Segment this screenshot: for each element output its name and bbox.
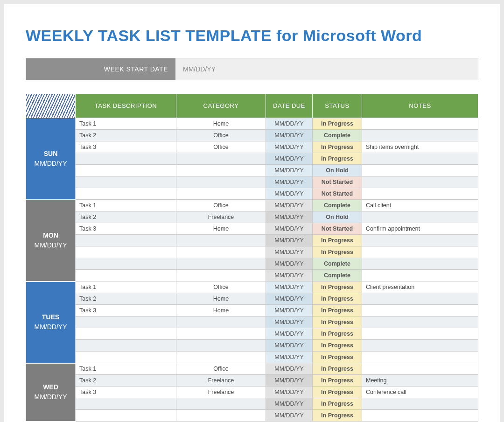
category-cell[interactable]: Office [176,363,266,375]
category-cell[interactable] [176,398,266,410]
notes-cell[interactable]: Conference call [362,387,478,398]
notes-cell[interactable] [362,398,478,410]
category-cell[interactable] [176,340,266,352]
notes-cell[interactable] [362,316,478,328]
date-cell[interactable]: MM/DD/YY [266,281,313,293]
task-cell[interactable] [76,316,176,328]
task-cell[interactable] [76,258,176,270]
status-cell[interactable]: In Progress [313,293,362,305]
task-cell[interactable] [76,188,176,200]
notes-cell[interactable] [362,165,478,176]
category-cell[interactable] [176,328,266,340]
category-cell[interactable]: Home [176,293,266,305]
status-cell[interactable]: In Progress [313,118,362,130]
date-cell[interactable]: MM/DD/YY [266,398,313,410]
date-cell[interactable]: MM/DD/YY [266,130,313,141]
status-cell[interactable]: In Progress [313,328,362,340]
notes-cell[interactable]: Meeting [362,375,478,387]
date-cell[interactable]: MM/DD/YY [266,223,313,235]
status-cell[interactable]: Complete [313,200,362,211]
date-cell[interactable]: MM/DD/YY [266,305,313,316]
date-cell[interactable]: MM/DD/YY [266,270,313,281]
status-cell[interactable]: In Progress [313,246,362,258]
date-cell[interactable]: MM/DD/YY [266,352,313,363]
task-cell[interactable] [76,410,176,422]
date-cell[interactable]: MM/DD/YY [266,200,313,211]
category-cell[interactable]: Home [176,305,266,316]
task-cell[interactable] [76,352,176,363]
task-cell[interactable]: Task 1 [76,118,176,130]
week-start-value[interactable]: MM/DD/YY [175,58,478,80]
notes-cell[interactable] [362,176,478,188]
date-cell[interactable]: MM/DD/YY [266,340,313,352]
category-cell[interactable] [176,352,266,363]
category-cell[interactable]: Freelance [176,375,266,387]
date-cell[interactable]: MM/DD/YY [266,246,313,258]
task-cell[interactable] [76,270,176,281]
category-cell[interactable] [176,188,266,200]
status-cell[interactable]: Complete [313,130,362,141]
status-cell[interactable]: In Progress [313,141,362,153]
status-cell[interactable]: In Progress [313,281,362,293]
task-cell[interactable]: Task 2 [76,375,176,387]
notes-cell[interactable]: Client presentation [362,281,478,293]
notes-cell[interactable] [362,118,478,130]
date-cell[interactable]: MM/DD/YY [266,118,313,130]
date-cell[interactable]: MM/DD/YY [266,141,313,153]
task-cell[interactable]: Task 2 [76,211,176,223]
task-cell[interactable]: Task 2 [76,130,176,141]
notes-cell[interactable] [362,153,478,165]
category-cell[interactable] [176,246,266,258]
category-cell[interactable]: Office [176,141,266,153]
notes-cell[interactable] [362,363,478,375]
notes-cell[interactable] [362,235,478,246]
date-cell[interactable]: MM/DD/YY [266,316,313,328]
task-cell[interactable] [76,398,176,410]
date-cell[interactable]: MM/DD/YY [266,363,313,375]
date-cell[interactable]: MM/DD/YY [266,387,313,398]
task-cell[interactable] [76,235,176,246]
status-cell[interactable]: In Progress [313,352,362,363]
category-cell[interactable]: Office [176,130,266,141]
notes-cell[interactable] [362,352,478,363]
category-cell[interactable]: Freelance [176,211,266,223]
task-cell[interactable]: Task 2 [76,293,176,305]
task-cell[interactable]: Task 1 [76,200,176,211]
date-cell[interactable]: MM/DD/YY [266,328,313,340]
notes-cell[interactable] [362,130,478,141]
category-cell[interactable]: Home [176,118,266,130]
date-cell[interactable]: MM/DD/YY [266,258,313,270]
notes-cell[interactable]: Call client [362,200,478,211]
status-cell[interactable]: In Progress [313,375,362,387]
notes-cell[interactable] [362,211,478,223]
status-cell[interactable]: In Progress [313,387,362,398]
category-cell[interactable] [176,165,266,176]
status-cell[interactable]: In Progress [313,305,362,316]
category-cell[interactable] [176,270,266,281]
date-cell[interactable]: MM/DD/YY [266,211,313,223]
task-cell[interactable]: Task 3 [76,387,176,398]
category-cell[interactable] [176,176,266,188]
category-cell[interactable]: Office [176,281,266,293]
notes-cell[interactable] [362,410,478,422]
notes-cell[interactable] [362,270,478,281]
date-cell[interactable]: MM/DD/YY [266,235,313,246]
status-cell[interactable]: Complete [313,258,362,270]
task-cell[interactable]: Task 1 [76,363,176,375]
task-cell[interactable]: Task 3 [76,305,176,316]
notes-cell[interactable] [362,293,478,305]
notes-cell[interactable] [362,258,478,270]
status-cell[interactable]: In Progress [313,340,362,352]
status-cell[interactable]: In Progress [313,410,362,422]
task-cell[interactable] [76,165,176,176]
date-cell[interactable]: MM/DD/YY [266,165,313,176]
task-cell[interactable]: Task 3 [76,223,176,235]
date-cell[interactable]: MM/DD/YY [266,176,313,188]
category-cell[interactable] [176,410,266,422]
notes-cell[interactable] [362,188,478,200]
status-cell[interactable]: In Progress [313,363,362,375]
category-cell[interactable] [176,316,266,328]
task-cell[interactable] [76,246,176,258]
date-cell[interactable]: MM/DD/YY [266,375,313,387]
notes-cell[interactable] [362,305,478,316]
